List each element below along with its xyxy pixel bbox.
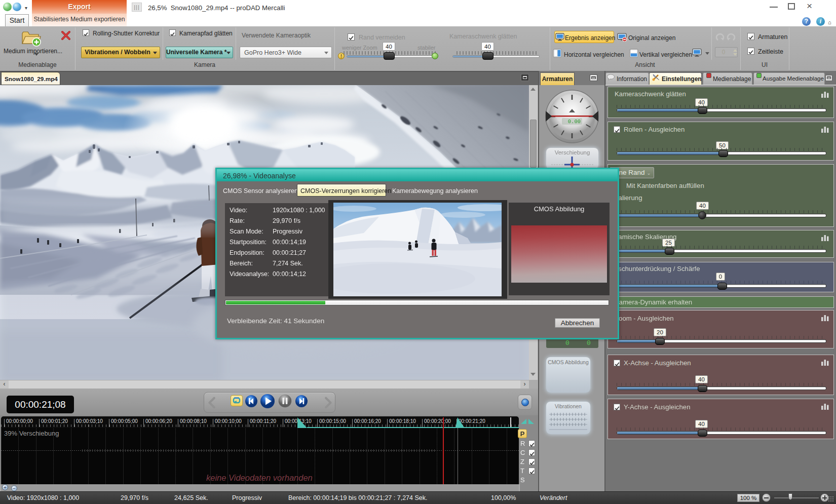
svg-text:0.00: 0.00 bbox=[568, 119, 581, 125]
